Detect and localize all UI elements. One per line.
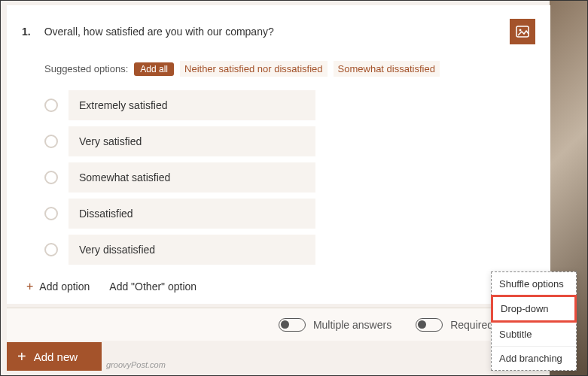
menu-item-branching[interactable]: Add branching: [492, 346, 576, 370]
radio-icon: [44, 243, 58, 256]
menu-item-dropdown[interactable]: Drop-down: [491, 295, 577, 323]
option-input[interactable]: [69, 126, 315, 156]
toggle-label: Multiple answers: [313, 319, 391, 331]
option-input[interactable]: [69, 90, 315, 120]
option-row: [44, 90, 535, 120]
svg-point-1: [519, 29, 522, 32]
multiple-answers-toggle[interactable]: Multiple answers: [279, 318, 391, 332]
option-row: [44, 126, 535, 156]
suggested-options-row: Suggested options: Add all Neither satis…: [44, 61, 535, 77]
toggle-switch[interactable]: [416, 318, 443, 332]
radio-icon: [44, 135, 58, 148]
options-list: [44, 90, 535, 265]
option-input[interactable]: [69, 199, 315, 229]
required-toggle[interactable]: Required: [416, 318, 493, 332]
toggle-label: Required: [450, 319, 493, 331]
add-all-button[interactable]: Add all: [134, 62, 174, 76]
option-row: [44, 235, 535, 265]
add-option-label: Add option: [39, 280, 90, 293]
option-input[interactable]: [69, 162, 315, 193]
suggestion-chip[interactable]: Neither satisfied nor dissatisfied: [180, 61, 328, 77]
radio-icon: [44, 99, 58, 112]
image-icon: [515, 24, 530, 39]
plus-icon: +: [26, 280, 33, 293]
insert-media-button[interactable]: [510, 19, 535, 44]
add-new-label: Add new: [34, 350, 78, 363]
question-card: 1. Overall, how satisfied are you with o…: [7, 5, 550, 304]
suggestion-chip[interactable]: Somewhat dissatisfied: [334, 61, 440, 77]
toggle-switch[interactable]: [279, 318, 306, 332]
add-option-row: + Add option Add "Other" option: [26, 280, 535, 293]
more-options-menu: Shuffle options Drop-down Subtitle Add b…: [491, 271, 577, 371]
menu-item-subtitle[interactable]: Subtitle: [492, 322, 576, 346]
question-header: 1. Overall, how satisfied are you with o…: [22, 19, 535, 44]
option-row: [44, 199, 535, 229]
add-option-button[interactable]: + Add option: [26, 280, 90, 293]
question-text[interactable]: Overall, how satisfied are you with our …: [44, 26, 496, 38]
question-number: 1.: [22, 26, 31, 38]
menu-item-shuffle[interactable]: Shuffle options: [492, 272, 576, 296]
radio-icon: [44, 171, 58, 184]
radio-icon: [44, 207, 58, 220]
plus-icon: +: [17, 348, 26, 365]
add-other-button[interactable]: Add "Other" option: [109, 280, 197, 293]
option-row: [44, 162, 535, 193]
question-footer-bar: Multiple answers Required: [7, 308, 550, 341]
watermark: groovyPost.com: [106, 360, 166, 369]
option-input[interactable]: [69, 235, 315, 265]
add-new-button[interactable]: + Add new: [7, 342, 102, 371]
suggested-label: Suggested options:: [44, 63, 128, 74]
